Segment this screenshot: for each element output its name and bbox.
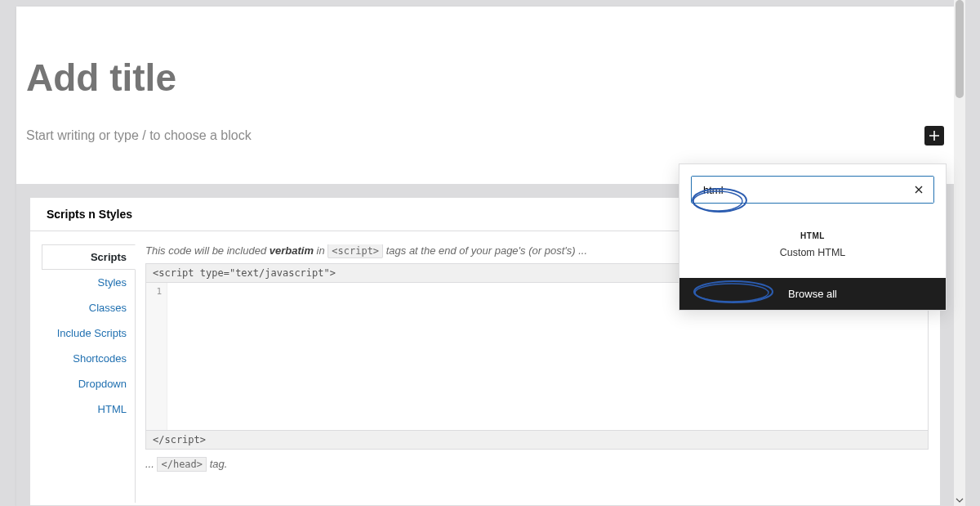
close-icon	[914, 185, 924, 195]
add-block-button[interactable]	[924, 126, 944, 146]
block-result-custom-html[interactable]: HTML Custom HTML	[772, 226, 853, 263]
block-result-label: Custom HTML	[772, 247, 853, 258]
scrollbar-down-arrow[interactable]	[954, 495, 965, 506]
browse-all-button[interactable]: Browse all	[679, 278, 946, 310]
inserter-results: HTML Custom HTML	[679, 215, 946, 278]
plus-icon	[928, 129, 941, 142]
post-title-input[interactable]	[26, 56, 944, 100]
viewport: Start writing or type / to choose a bloc…	[0, 0, 980, 506]
metabox-tabs: Scripts Styles Classes Include Scripts S…	[42, 244, 135, 503]
tab-shortcodes[interactable]: Shortcodes	[42, 346, 135, 371]
tab-scripts[interactable]: Scripts	[42, 244, 136, 270]
tab-classes[interactable]: Classes	[42, 295, 135, 320]
vertical-scrollbar[interactable]	[954, 0, 965, 506]
inserter-search-box	[691, 176, 934, 204]
clear-search-button[interactable]	[907, 178, 930, 201]
head-description: ... </head> tag.	[145, 458, 929, 470]
tab-include-scripts[interactable]: Include Scripts	[42, 320, 135, 346]
tab-dropdown[interactable]: Dropdown	[42, 371, 135, 396]
code-gutter: 1	[146, 283, 167, 430]
tab-html[interactable]: HTML	[42, 396, 135, 422]
block-search-input[interactable]	[692, 177, 933, 203]
scrollbar-thumb[interactable]	[956, 0, 964, 98]
code-close-tag: </script>	[146, 430, 928, 449]
chevron-down-icon	[956, 496, 964, 504]
tab-styles[interactable]: Styles	[42, 270, 135, 295]
block-inserter-popover: HTML Custom HTML Browse all	[679, 163, 947, 311]
block-content-placeholder[interactable]: Start writing or type / to choose a bloc…	[26, 128, 924, 143]
html-block-icon: HTML	[772, 231, 853, 240]
